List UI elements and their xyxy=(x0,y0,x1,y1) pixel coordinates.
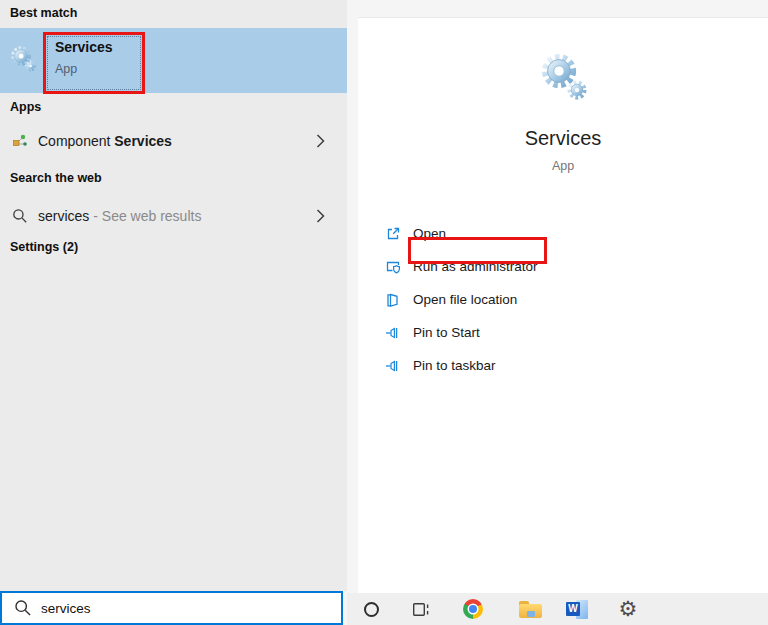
search-icon xyxy=(12,208,28,224)
component-match: Services xyxy=(114,133,172,149)
best-match-subtitle: App xyxy=(55,62,113,76)
best-match-title: Services xyxy=(55,39,113,55)
open-file-location-icon xyxy=(385,292,401,308)
component-services-label: Component Services xyxy=(38,133,172,149)
folder-window xyxy=(527,611,535,617)
start-circle-shape xyxy=(364,602,379,617)
action-pin-to-start-label: Pin to Start xyxy=(413,325,480,340)
search-input[interactable] xyxy=(41,601,321,616)
task-view-glyph xyxy=(412,601,431,618)
search-the-web-header: Search the web xyxy=(10,171,102,185)
gear-glyph: ⚙ xyxy=(619,599,638,620)
start-circle-icon[interactable] xyxy=(356,593,386,625)
search-icon xyxy=(14,599,32,617)
word-letter: W xyxy=(566,602,580,616)
services-gears-icon xyxy=(8,44,38,74)
chrome-center-dot xyxy=(469,605,477,613)
file-explorer-icon[interactable] xyxy=(514,593,546,625)
result-component-services[interactable]: Component Services xyxy=(0,119,347,162)
taskbar-search-box[interactable] xyxy=(0,591,343,625)
action-run-as-admin-label: Run as administrator xyxy=(413,259,538,274)
open-icon xyxy=(385,226,401,242)
component-prefix: Component xyxy=(38,133,114,149)
result-web-search[interactable]: services - See web results xyxy=(0,194,347,237)
action-open[interactable]: Open xyxy=(358,217,768,250)
action-pin-to-taskbar-label: Pin to taskbar xyxy=(413,358,496,373)
best-match-header: Best match xyxy=(10,6,77,20)
chevron-right-icon xyxy=(316,133,325,148)
web-search-suffix: - See web results xyxy=(93,208,201,224)
pin-icon xyxy=(385,358,401,374)
component-services-icon xyxy=(12,133,28,149)
action-run-as-administrator[interactable]: Run as administrator xyxy=(358,250,768,283)
preview-app-title: Services xyxy=(358,127,768,150)
search-bar-strip xyxy=(0,591,347,625)
preview-app-subtitle: App xyxy=(358,159,768,173)
apps-header: Apps xyxy=(10,100,41,114)
action-pin-to-taskbar[interactable]: Pin to taskbar xyxy=(358,349,768,382)
services-gears-icon-large xyxy=(535,49,591,105)
settings-header: Settings (2) xyxy=(10,240,78,254)
run-as-admin-shield-icon xyxy=(385,259,401,275)
action-open-file-location[interactable]: Open file location xyxy=(358,283,768,316)
task-view-icon[interactable] xyxy=(406,593,436,625)
best-match-text-block: Services App xyxy=(55,39,113,76)
pin-icon xyxy=(385,325,401,341)
word-logo: W xyxy=(566,600,588,619)
context-actions-list: Open Run as administrator Open file loca… xyxy=(358,217,768,382)
result-best-match-services[interactable]: Services App xyxy=(0,28,347,93)
web-search-label: services - See web results xyxy=(38,208,201,224)
app-preview-panel: Services App Open Run as administrator O… xyxy=(358,17,768,593)
search-results-panel: Best match Services App Apps xyxy=(0,0,347,591)
web-search-query: services xyxy=(38,208,89,224)
chrome-logo xyxy=(463,599,483,619)
action-open-label: Open xyxy=(413,226,446,241)
word-icon[interactable]: W xyxy=(562,593,592,625)
chrome-icon[interactable] xyxy=(458,593,488,625)
settings-gear-icon[interactable]: ⚙ xyxy=(613,593,643,625)
folder-shape xyxy=(519,601,542,618)
chevron-right-icon xyxy=(316,208,325,223)
action-pin-to-start[interactable]: Pin to Start xyxy=(358,316,768,349)
action-open-file-location-label: Open file location xyxy=(413,292,517,307)
